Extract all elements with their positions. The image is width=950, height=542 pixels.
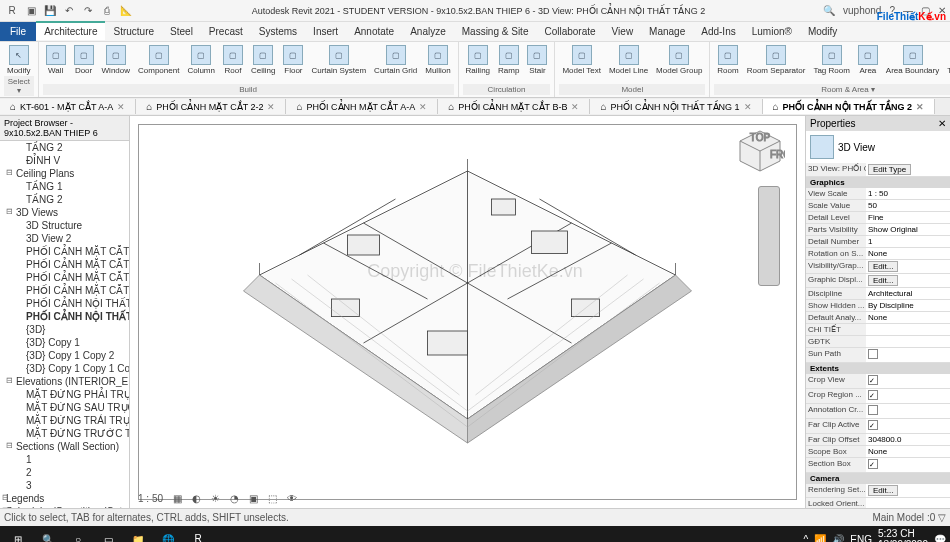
roof-button[interactable]: ▢Roof	[220, 44, 246, 76]
clock[interactable]: 5:23 CH13/09/2020	[878, 528, 928, 542]
prop-section-header[interactable]: Graphics	[806, 177, 950, 188]
visual-style-icon[interactable]: ◐	[188, 491, 205, 506]
network-icon[interactable]: 📶	[814, 534, 826, 543]
hide-icon[interactable]: 👁	[283, 491, 301, 506]
chrome-icon[interactable]: 🌐	[154, 528, 182, 542]
ramp-button[interactable]: ▢Ramp	[495, 44, 522, 76]
prop-value[interactable]: None	[866, 446, 950, 457]
detail-level-icon[interactable]: ▦	[169, 491, 186, 506]
component-button[interactable]: ▢Component	[135, 44, 182, 76]
tree-item[interactable]: TẦNG 1	[0, 180, 129, 193]
redo-icon[interactable]: ↷	[80, 3, 96, 19]
prop-value[interactable]: By Discipline	[866, 300, 950, 311]
ribbon-tab-steel[interactable]: Steel	[162, 23, 201, 40]
modify-button[interactable]: ↖ Modify	[4, 44, 34, 76]
ribbon-tab-collaborate[interactable]: Collaborate	[536, 23, 603, 40]
checkbox[interactable]	[868, 420, 878, 430]
ribbon-tab-modify[interactable]: Modify	[800, 23, 845, 40]
close-tab-icon[interactable]: ✕	[744, 102, 752, 112]
modelline-button[interactable]: ▢Model Line	[606, 44, 651, 76]
checkbox[interactable]	[868, 390, 878, 400]
tree-item[interactable]: MẶT ĐỨNG TRÁI TRỤC 1-6	[0, 414, 129, 427]
prop-value[interactable]: 1 : 50	[866, 188, 950, 199]
prop-value[interactable]	[866, 374, 950, 388]
instance-filter[interactable]: 3D View: PHỐI CẢNH▾	[806, 163, 866, 176]
edit-button[interactable]: Edit...	[868, 261, 898, 272]
tree-item[interactable]: 3D Structure	[0, 219, 129, 232]
ribbon-tab-lumion[interactable]: Lumion®	[744, 23, 800, 40]
room-button[interactable]: ▢Room	[714, 44, 741, 76]
doc-tab[interactable]: ⌂PHỐI CẢNH MẶT CẮT B-B✕	[438, 99, 590, 114]
rendering-icon[interactable]: ▣	[245, 491, 262, 506]
tree-item[interactable]: PHỐI CẢNH NỘI THẤT TẦNG 1	[0, 297, 129, 310]
scale-display[interactable]: 1 : 50	[134, 491, 167, 506]
tagroom-button[interactable]: ▢Tag Room	[810, 44, 852, 76]
prop-value[interactable]	[866, 389, 950, 403]
start-button[interactable]: ⊞	[4, 528, 32, 542]
curtainsystem-button[interactable]: ▢Curtain System	[308, 44, 369, 76]
crop-icon[interactable]: ⬚	[264, 491, 281, 506]
prop-value[interactable]	[866, 336, 950, 347]
volume-icon[interactable]: 🔊	[832, 534, 844, 543]
navigation-bar[interactable]	[758, 186, 780, 286]
tree-item[interactable]: MẶT ĐỨNG PHẢI TRỤC 6-1	[0, 388, 129, 401]
area-button[interactable]: ▢Area	[855, 44, 881, 76]
prop-value[interactable]	[866, 404, 950, 418]
edit-button[interactable]: Edit...	[868, 485, 898, 496]
type-selector[interactable]: 3D View	[806, 131, 950, 163]
close-tab-icon[interactable]: ✕	[916, 102, 924, 112]
prop-value[interactable]: Edit...	[866, 484, 950, 497]
close-tab-icon[interactable]: ✕	[419, 102, 427, 112]
doc-tab[interactable]: ⌂PHỐI CẢNH MẶT CẮT 2-2✕	[136, 99, 286, 114]
revit-icon[interactable]: R	[4, 3, 20, 19]
ribbon-tab-insert[interactable]: Insert	[305, 23, 346, 40]
ceiling-button[interactable]: ▢Ceiling	[248, 44, 278, 76]
sun-path-icon[interactable]: ☀	[207, 491, 224, 506]
tree-item[interactable]: 2	[0, 466, 129, 479]
tree-item[interactable]: {3D} Copy 1 Copy 2	[0, 349, 129, 362]
prop-value[interactable]	[866, 498, 950, 508]
tree-item[interactable]: TẦNG 2	[0, 193, 129, 206]
areaboundary-button[interactable]: ▢Area Boundary	[883, 44, 942, 76]
file-tab[interactable]: File	[0, 22, 36, 41]
shadows-icon[interactable]: ◔	[226, 491, 243, 506]
tree-item[interactable]: PHỐI CẢNH NỘI THẤT TẦNG 2	[0, 310, 129, 323]
tree-item[interactable]: Schedules/Quantities (Category_RCVN)	[0, 505, 129, 508]
wall-button[interactable]: ▢Wall	[43, 44, 69, 76]
mullion-button[interactable]: ▢Mullion	[422, 44, 453, 76]
tree-item[interactable]: Sections (Wall Section)	[0, 440, 129, 453]
prop-section-header[interactable]: Extents	[806, 363, 950, 374]
prop-value[interactable]: Architectural	[866, 288, 950, 299]
prop-value[interactable]	[866, 458, 950, 472]
save-icon[interactable]: 💾	[42, 3, 58, 19]
railing-button[interactable]: ▢Railing	[463, 44, 493, 76]
undo-icon[interactable]: ↶	[61, 3, 77, 19]
checkbox[interactable]	[868, 349, 878, 359]
tree-item[interactable]: {3D} Copy 1	[0, 336, 129, 349]
main-model-selector[interactable]: Main Model	[872, 512, 924, 523]
close-tab-icon[interactable]: ✕	[117, 102, 125, 112]
viewport-3d[interactable]: TOPFRONT 1 : 50 ▦ ◐ ☀ ◔ ▣ ⬚ 👁	[130, 116, 805, 508]
ribbon-tab-analyze[interactable]: Analyze	[402, 23, 454, 40]
ribbon-tab-precast[interactable]: Precast	[201, 23, 251, 40]
prop-value[interactable]	[866, 348, 950, 362]
tree-item[interactable]: MẶT ĐỨNG SAU TRỤC A-B	[0, 401, 129, 414]
explorer-icon[interactable]: 📁	[124, 528, 152, 542]
tree-item[interactable]: PHỐI CẢNH MẶT CẮT 2-2	[0, 258, 129, 271]
window-button[interactable]: ▢Window	[99, 44, 133, 76]
ribbon-tab-view[interactable]: View	[604, 23, 642, 40]
search-taskbar-icon[interactable]: 🔍	[34, 528, 62, 542]
tree-item[interactable]: 1	[0, 453, 129, 466]
curtaingrid-button[interactable]: ▢Curtain Grid	[371, 44, 420, 76]
tree-item[interactable]: 3D View 2	[0, 232, 129, 245]
tree-item[interactable]: MẶT ĐỨNG TRƯỚC TRỤC B-A	[0, 427, 129, 440]
close-tab-icon[interactable]: ✕	[267, 102, 275, 112]
prop-value[interactable]: Edit...	[866, 274, 950, 287]
tree-item[interactable]: PHỐI CẢNH MẶT CẮT B-B	[0, 284, 129, 297]
prop-value[interactable]: Fine	[866, 212, 950, 223]
doc-tab[interactable]: ⌂KT-601 - MẶT CẮT A-A✕	[0, 99, 136, 114]
tree-item[interactable]: PHỐI CẢNH MẶT CẮT A-A	[0, 271, 129, 284]
task-view-icon[interactable]: ▭	[94, 528, 122, 542]
tree-item[interactable]: TẦNG 2	[0, 141, 129, 154]
doc-tab[interactable]: ⌂PHỐI CẢNH NỘI THẤT TẦNG 1✕	[590, 99, 762, 114]
